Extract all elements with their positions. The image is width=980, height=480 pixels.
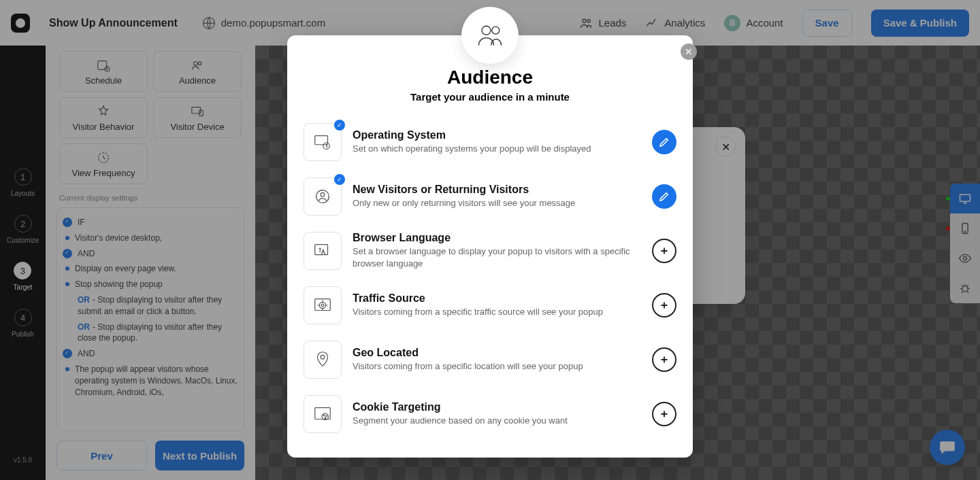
traffic-icon bbox=[304, 286, 342, 324]
cookie-icon bbox=[304, 395, 342, 433]
edit-visitors-button[interactable] bbox=[652, 184, 676, 209]
language-icon bbox=[304, 232, 342, 270]
svg-point-24 bbox=[321, 304, 324, 307]
modal-close-button[interactable]: ✕ bbox=[681, 44, 697, 60]
edit-os-button[interactable] bbox=[652, 130, 676, 154]
svg-point-25 bbox=[321, 355, 325, 359]
audience-row-cookie: Cookie Targeting Segment your audience b… bbox=[304, 387, 676, 441]
active-badge: ✓ bbox=[334, 120, 345, 131]
os-icon: ✓ bbox=[304, 123, 342, 161]
add-traffic-button[interactable] bbox=[652, 293, 676, 318]
svg-rect-17 bbox=[315, 136, 328, 145]
svg-point-15 bbox=[482, 26, 491, 35]
add-cookie-button[interactable] bbox=[652, 402, 676, 426]
modal-subtitle: Target your audience in a minute bbox=[304, 91, 676, 103]
modal-header-icon bbox=[461, 7, 519, 64]
visitors-icon: ✓ bbox=[304, 177, 342, 216]
svg-point-23 bbox=[319, 302, 325, 308]
svg-rect-21 bbox=[315, 245, 328, 255]
modal-title: Audience bbox=[304, 67, 676, 88]
geo-icon bbox=[304, 341, 342, 379]
svg-point-16 bbox=[492, 27, 500, 34]
add-geo-button[interactable] bbox=[652, 347, 676, 372]
svg-point-29 bbox=[326, 415, 327, 417]
audience-large-icon bbox=[475, 20, 505, 50]
svg-point-28 bbox=[323, 415, 325, 416]
svg-point-30 bbox=[325, 417, 326, 419]
svg-point-20 bbox=[321, 192, 325, 196]
add-language-button[interactable] bbox=[652, 239, 676, 263]
audience-row-os: ✓ Operating System Set on which operatin… bbox=[304, 115, 676, 169]
active-badge: ✓ bbox=[334, 174, 345, 185]
audience-row-visitors: ✓ New Visitors or Returning Visitors Onl… bbox=[304, 169, 676, 224]
audience-row-language: Browser Language Set a browser language … bbox=[304, 224, 676, 278]
audience-row-geo: Geo Located Visitors coming from a speci… bbox=[304, 332, 676, 387]
audience-modal: ✕ Audience Target your audience in a min… bbox=[287, 35, 693, 458]
audience-row-traffic: Traffic Source Visitors coming from a sp… bbox=[304, 278, 676, 332]
